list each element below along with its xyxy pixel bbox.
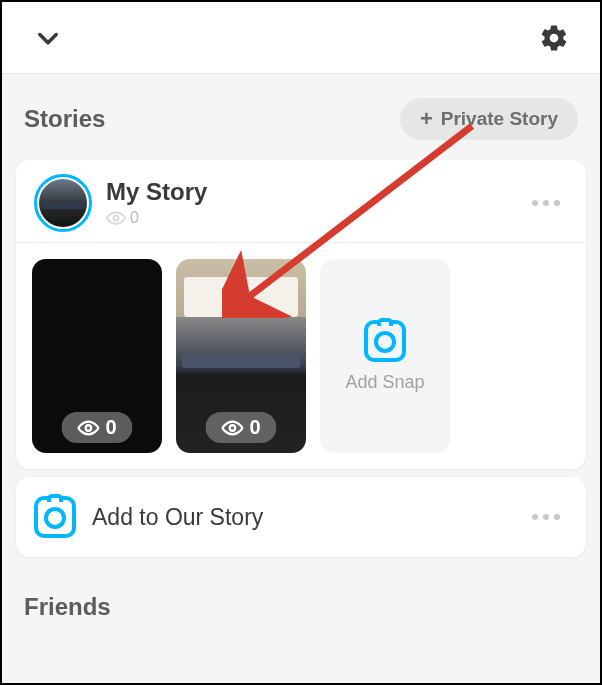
add-snap-button[interactable]: Add Snap: [320, 259, 450, 453]
snap-view-badge: 0: [205, 412, 276, 443]
snap-row: 0 0 Add Snap: [16, 243, 586, 469]
friends-section-header: Friends: [2, 565, 600, 621]
collapse-button[interactable]: [30, 20, 66, 56]
chevron-down-icon: [34, 24, 62, 52]
add-to-our-story-button[interactable]: Add to Our Story: [16, 477, 586, 557]
gear-icon: [539, 23, 569, 53]
my-story-more-button[interactable]: [524, 181, 568, 225]
eye-icon: [77, 417, 99, 439]
stories-title: Stories: [24, 105, 105, 133]
ellipsis-icon: [532, 200, 560, 206]
settings-button[interactable]: [536, 20, 572, 56]
my-story-views: 0: [106, 208, 524, 228]
snap-view-count: 0: [249, 416, 260, 439]
my-story-avatar: [39, 179, 87, 227]
camera-icon: [34, 496, 76, 538]
eye-icon: [106, 208, 126, 228]
my-story-view-count: 0: [130, 209, 139, 227]
snap-view-badge: 0: [61, 412, 132, 443]
private-story-label: Private Story: [441, 108, 558, 130]
stories-section-header: Stories + Private Story: [2, 74, 600, 152]
my-story-title-box: My Story 0: [106, 178, 524, 228]
my-story-avatar-ring: [34, 174, 92, 232]
my-story-card: My Story 0 0 0 Add Snap: [16, 160, 586, 469]
ellipsis-icon: [532, 514, 560, 520]
snap-thumbnail[interactable]: 0: [176, 259, 306, 453]
add-snap-label: Add Snap: [345, 372, 424, 393]
my-story-title: My Story: [106, 178, 524, 206]
camera-icon: [364, 320, 406, 362]
svg-point-1: [86, 425, 92, 431]
svg-point-0: [114, 216, 119, 221]
our-story-card: Add to Our Story: [16, 477, 586, 557]
our-story-more-button[interactable]: [524, 495, 568, 539]
friends-title: Friends: [24, 593, 578, 621]
snap-thumbnail[interactable]: 0: [32, 259, 162, 453]
plus-icon: +: [420, 106, 433, 132]
my-story-header[interactable]: My Story 0: [16, 160, 586, 242]
svg-point-2: [230, 425, 236, 431]
snap-view-count: 0: [105, 416, 116, 439]
eye-icon: [221, 417, 243, 439]
our-story-label: Add to Our Story: [92, 504, 508, 531]
private-story-button[interactable]: + Private Story: [400, 98, 578, 140]
top-bar: [2, 2, 600, 74]
